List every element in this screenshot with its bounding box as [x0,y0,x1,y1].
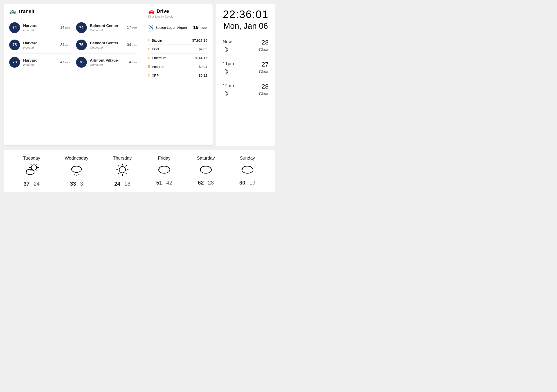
transit-panel: 🚌 Transit 74 Harvard Inbound 14 mins 75 … [4,4,143,145]
route-badge: 78 [9,57,20,68]
day-name: Wednesday [65,156,88,161]
route-info: Arlmont Village Outbound [90,58,124,66]
svg-point-14 [119,167,125,173]
crypto-name: ₿ Ethereum [148,56,166,60]
crypto-row: ₿ XRP $0.22 [148,71,207,80]
crypto-row: ₿ EOS $2.85 [148,45,207,54]
route-badge: 75 [76,40,87,50]
temp-low: 3 [80,181,83,187]
day-icon [240,163,255,177]
temp-low: 28 [208,180,214,186]
route-time: 47 mins [60,60,70,64]
temp-low: 18 [124,181,131,187]
bus-icon: 🚌 [9,8,16,15]
route-time: 14 mins [127,60,137,64]
drive-time-unit: mins [202,26,207,30]
drive-time: 19 [193,24,198,30]
weather-day: Saturday 62 28 [197,156,215,186]
route-direction: Outbound [90,46,124,49]
hour-condition: Clear [259,69,269,74]
bitcoin-icon: ₿ [148,38,150,42]
weather-day: Thursday 24 18 [113,156,131,187]
moon-icon: ☽ [223,68,228,76]
bitcoin-icon: ₿ [148,56,150,60]
temp-high: 62 [198,180,204,186]
day-name: Saturday [197,156,215,161]
drive-destination-name: Boston Logan Airport [156,26,187,29]
crypto-price: $7,927.25 [192,39,207,42]
day-temps: 33 3 [70,181,83,187]
hour-temp: 28 [262,39,269,46]
day-icon [156,163,172,177]
temp-high: 33 [70,181,76,187]
svg-line-19 [118,165,119,166]
day-temps: 62 28 [198,180,214,186]
transit-route: 74 Harvard Inbound 14 mins [9,19,71,36]
route-badge: 78 [76,57,87,68]
hourly-weather: Now 28 ☽ Clear 11pm 27 ☽ Clear 12am 28 ☽ [223,35,269,101]
svg-line-6 [36,170,37,171]
temp-high: 24 [114,181,120,187]
drive-panel: 🚗 Drive Directions by Google ✈️ Boston L… [143,4,213,145]
route-destination: Harvard [23,58,57,63]
clock-date: Mon, Jan 06 [223,21,268,31]
day-temps: 30 19 [239,180,255,186]
crypto-label: Bitcoin [152,39,162,42]
crypto-name: ₿ EOS [148,47,159,51]
drive-title: 🚗 Drive [148,8,207,14]
route-destination: Belmont Center [90,41,124,45]
weather-day: Wednesday 33 3 [65,156,88,187]
transit-route: 75 Harvard Inbound 34 mins [9,36,71,54]
route-direction: Inbound [23,63,57,66]
svg-line-5 [31,164,32,165]
route-destination: Arlmont Village [90,58,124,63]
temp-high: 37 [24,181,30,187]
crypto-list: ₿ Bitcoin $7,927.25 ₿ EOS $2.85 ₿ Ethere… [148,36,207,80]
transit-route: 74 Belmont Center Outbound 17 mins [76,19,138,36]
weather-hour-block: 12am 28 ☽ Clear [223,79,269,101]
svg-point-13 [78,174,79,175]
day-icon [115,163,130,178]
svg-line-20 [126,173,127,174]
transit-grid: 74 Harvard Inbound 14 mins 75 Harvard In… [9,19,137,71]
route-info: Harvard Inbound [23,58,57,66]
route-time: 34 mins [60,43,70,47]
weekly-weather: Tuesday 37 24 Wednesda [4,150,275,192]
weather-day: Tuesday 37 24 [23,156,40,187]
clock-weather-panel: 22:36:01 Mon, Jan 06 Now 28 ☽ Clear 11pm… [216,4,275,146]
crypto-price: $144.17 [195,56,207,60]
svg-point-12 [76,175,77,176]
svg-line-7 [36,164,37,165]
clock-time: 22:36:01 [223,8,269,20]
temp-low: 19 [249,180,255,186]
route-info: Belmont Center Outbound [90,24,124,32]
weather-hour-block: Now 28 ☽ Clear [223,35,269,57]
temp-high: 51 [156,180,162,186]
drive-destination-row: ✈️ Boston Logan Airport 19 mins [148,22,207,33]
route-direction: Inbound [23,46,57,49]
bitcoin-icon: ₿ [148,64,150,69]
temp-high: 30 [239,180,246,186]
hour-condition: Clear [259,48,269,52]
route-info: Harvard Inbound [23,41,57,49]
route-badge: 74 [9,22,20,33]
day-icon [24,163,40,178]
route-direction: Outbound [90,63,124,66]
day-temps: 24 18 [114,181,130,187]
route-destination: Harvard [23,24,57,28]
svg-line-22 [118,173,119,174]
crypto-label: EOS [152,47,159,51]
route-badge: 75 [9,40,20,50]
crypto-price: $0.01 [199,65,207,69]
crypto-label: XRP [152,73,159,77]
day-name: Tuesday [23,156,40,161]
crypto-price: $0.22 [199,73,207,77]
transit-route: 78 Harvard Inbound 47 mins [9,54,71,71]
day-icon [69,163,84,178]
hour-label: 11pm [223,61,234,66]
day-name: Sunday [240,156,255,161]
hour-temp: 28 [262,83,269,90]
moon-icon: ☽ [223,46,228,54]
hour-condition: Clear [259,91,269,96]
svg-point-11 [74,174,75,175]
